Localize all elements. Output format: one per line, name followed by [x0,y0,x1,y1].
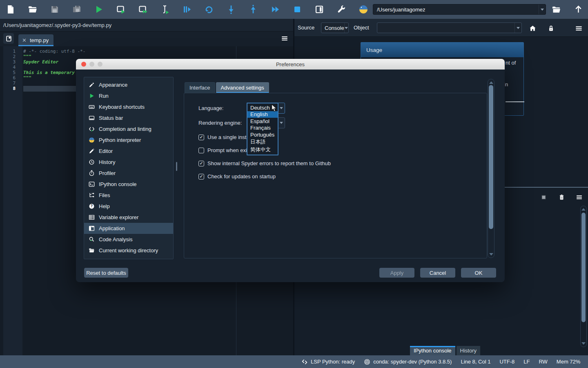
browse-tabs-button[interactable] [3,33,14,44]
language-option[interactable]: 日本語 [247,138,278,146]
object-combo[interactable] [377,22,522,33]
toolbar-button[interactable] [224,2,238,17]
chevron-down-icon[interactable] [344,23,348,33]
cancel-button[interactable]: Cancel [420,268,455,278]
toolbar-button[interactable] [202,2,216,17]
checkbox[interactable]: ✓ [198,174,204,180]
sidebar-item[interactable]: Keyboard shortcuts [84,101,173,112]
parent-directory-button[interactable] [571,2,586,17]
language-option[interactable]: 简体中文 [247,146,278,154]
sidebar-item[interactable]: Profiler [84,168,173,179]
chevron-down-icon[interactable] [539,4,546,14]
chevron-down-icon[interactable] [514,23,521,33]
sidebar-item[interactable]: IPython console [84,179,173,190]
toolbar-button[interactable] [246,2,261,17]
lock-button[interactable] [546,23,556,34]
scrollbar-thumb[interactable] [489,85,493,229]
scrollbar-thumb[interactable] [581,213,586,322]
sidebar-item[interactable]: Variable explorer [84,212,173,223]
language-option[interactable]: Français [247,125,278,132]
toolbar-icon [6,4,16,14]
console-options-button[interactable] [574,192,584,202]
dialog-scrollbar[interactable] [488,79,494,258]
sidebar-item[interactable]: Code Analysis [84,234,173,245]
editor-options-button[interactable] [281,35,288,42]
toolbar-button[interactable] [356,2,371,17]
toolbar-button[interactable] [69,2,84,17]
toolbar-button[interactable] [47,2,62,17]
sidebar-item[interactable]: Editor [84,146,173,157]
console-tab[interactable]: IPython console [410,346,455,355]
close-window-icon[interactable] [81,62,86,67]
toolbar-icon [292,4,302,14]
sidebar-item-label: Python interpreter [99,137,141,143]
tab-temp-py[interactable]: ✕ temp.py [18,34,53,46]
toolbar-button[interactable] [158,2,172,17]
preferences-dialog: Preferences Appearance Run Keyboard shor… [76,59,505,282]
console-tab[interactable]: History [457,346,480,355]
console-stop-button[interactable] [539,192,548,202]
sidebar-item[interactable]: Files [84,190,173,201]
checkbox-row[interactable]: ✓ Use a single insta [198,134,249,140]
checkbox[interactable]: ✓ [198,135,204,140]
sidebar-item-icon [88,137,95,143]
sidebar-item[interactable]: History [84,157,173,168]
minimize-window-icon[interactable] [89,62,94,67]
toolbar-button[interactable] [334,2,349,17]
checkbox-row[interactable]: ✓ Prompt when exi [198,147,247,153]
working-directory-value: /Users/juanitagomez [373,7,539,13]
preferences-tab[interactable]: Advanced settings [216,82,269,93]
toolbar-button[interactable] [114,2,128,17]
sidebar-item[interactable]: ? Help [84,201,173,212]
reset-defaults-button[interactable]: Reset to defaults [84,268,128,278]
scroll-down-icon[interactable] [489,253,493,256]
home-button[interactable] [527,23,538,34]
checkbox[interactable]: ✓ [198,148,204,153]
sidebar-item[interactable]: Python interpreter [84,135,173,146]
toolbar-button[interactable] [91,2,106,17]
toolbar-button[interactable] [290,2,305,17]
sidebar-splitter[interactable] [176,162,177,171]
tab-label: temp.py [30,37,49,43]
zoom-window-icon[interactable] [98,62,102,67]
close-icon[interactable]: ✕ [22,37,27,43]
usage-text-fragment: nt of [506,60,516,66]
toolbar-button[interactable] [3,2,18,17]
language-option[interactable]: Português [247,131,278,138]
status-text: UTF-8 [499,359,514,365]
sidebar-item[interactable]: Status bar [84,112,173,123]
console-remove-button[interactable] [557,192,566,202]
toolbar-icon [226,4,236,14]
browse-directory-button[interactable] [549,2,564,17]
checkbox[interactable]: ✓ [198,161,204,166]
help-options-button[interactable] [573,23,584,34]
status-item: Line 8, Col 1 [461,359,490,365]
checkbox-label: Use a single insta [207,134,249,140]
checkbox-row[interactable]: ✓ Show internal Spyder errors to report … [198,160,331,166]
sidebar-item[interactable]: Completion and linting [84,123,173,135]
console-scrollbar[interactable] [580,206,587,347]
sidebar-item[interactable]: Run [84,90,173,101]
language-option[interactable]: Español [247,118,278,125]
source-combo[interactable]: Console [321,22,349,33]
sidebar-item-icon [88,225,95,231]
scroll-up-icon[interactable] [581,208,586,211]
scroll-up-icon[interactable] [489,81,493,84]
working-directory-combo[interactable]: /Users/juanitagomez [373,4,546,15]
sidebar-item[interactable]: Current working directory [84,245,173,256]
status-text: conda: spyder-dev (Python 3.8.5) [373,359,452,365]
sidebar-item[interactable]: Appearance [84,79,173,90]
checkbox-row[interactable]: ✓ Check for updates on startup [198,173,276,180]
apply-button[interactable]: Apply [379,268,414,278]
toolbar-button[interactable] [136,2,150,17]
toolbar-button[interactable] [312,2,327,17]
ok-button[interactable]: OK [461,268,496,278]
dialog-titlebar[interactable]: Preferences [76,59,505,70]
sidebar-item[interactable]: Application [84,223,173,234]
toolbar-button[interactable] [25,2,40,17]
toolbar-button[interactable] [180,2,194,17]
scroll-down-icon[interactable] [581,342,586,345]
toolbar-button[interactable] [268,2,283,17]
preferences-tab[interactable]: Interface [185,82,215,93]
sidebar-item-icon [88,247,95,254]
